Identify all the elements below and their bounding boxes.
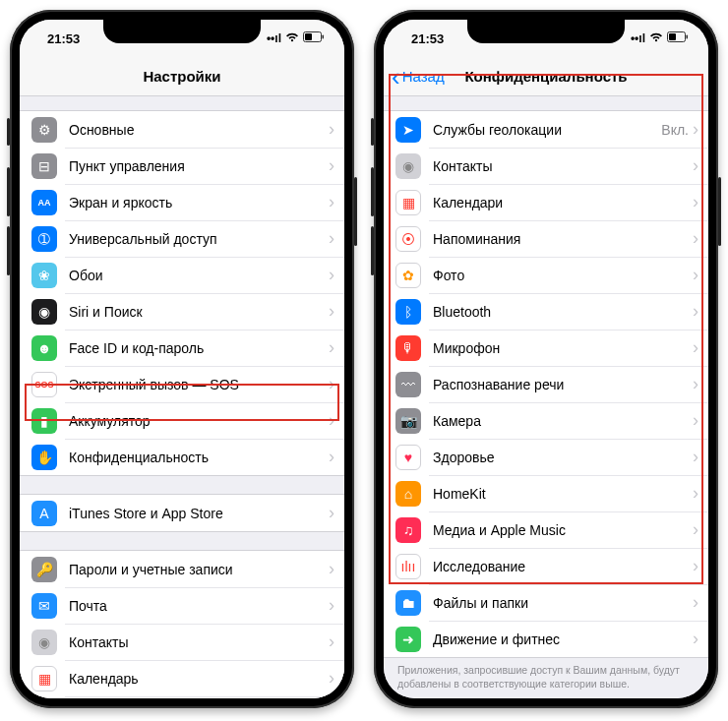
row-label: Контакты	[69, 634, 329, 650]
chevron-right-icon: ›	[329, 265, 334, 285]
row-label: Движение и фитнес	[433, 631, 693, 647]
chevron-right-icon: ›	[329, 228, 334, 249]
row-battery[interactable]: ▮Аккумулятор›	[20, 402, 344, 439]
row-label: Распознавание речи	[433, 377, 693, 392]
phone-right: 21:53 ••ıl Назад Конфиденциальность ➤Слу…	[374, 10, 718, 708]
row-notes[interactable]: ≣Заметки›	[20, 696, 344, 698]
nav-header: Назад Конфиденциальность	[384, 57, 708, 96]
footer-note: Приложения, запросившие доступ к Вашим д…	[384, 658, 708, 692]
row-wallpaper[interactable]: ❀Обои›	[20, 257, 344, 293]
row-detail: Вкл.	[661, 122, 689, 138]
row-control-center[interactable]: ⊟Пункт управления›	[20, 148, 344, 184]
contacts-icon: ◉	[31, 630, 57, 655]
row-label: Основные	[69, 122, 329, 138]
control-center-icon: ⊟	[31, 153, 57, 179]
homekit-icon: ⌂	[395, 481, 421, 507]
chevron-right-icon: ›	[693, 192, 698, 212]
row-files[interactable]: 🖿Файлы и папки›	[384, 584, 708, 621]
row-camera[interactable]: 📷Камера›	[384, 402, 708, 439]
privacy-list[interactable]: ➤Службы геолокацииВкл.›◉Контакты›▦Календ…	[384, 96, 708, 698]
general-icon: ⚙︎	[31, 117, 57, 143]
photos-icon: ✿	[395, 263, 421, 288]
battery-icon: ▮	[31, 408, 57, 434]
settings-list[interactable]: ⚙︎Основные›⊟Пункт управления›AAЭкран и я…	[20, 96, 344, 698]
row-motion[interactable]: ➜Движение и фитнес›	[384, 621, 708, 657]
chevron-right-icon: ›	[693, 337, 698, 358]
row-passwords[interactable]: 🔑Пароли и учетные записи›	[20, 551, 344, 587]
row-photos[interactable]: ✿Фото›	[384, 257, 708, 293]
row-label: Исследование	[433, 559, 693, 574]
row-media[interactable]: ♫Медиа и Apple Music›	[384, 511, 708, 548]
calendar-icon: ▦	[31, 666, 57, 691]
chevron-right-icon: ›	[329, 631, 334, 652]
battery-icon	[303, 31, 325, 45]
chevron-right-icon: ›	[329, 192, 334, 212]
chevron-right-icon: ›	[329, 374, 334, 394]
settings-group: ⚙︎Основные›⊟Пункт управления›AAЭкран и я…	[20, 110, 344, 476]
chevron-right-icon: ›	[693, 519, 698, 540]
row-label: Напоминания	[433, 231, 693, 247]
row-faceid[interactable]: ☻Face ID и код-пароль›	[20, 330, 344, 366]
row-research[interactable]: ılııИсследование›	[384, 548, 708, 584]
row-display[interactable]: AAЭкран и яркость›	[20, 184, 344, 220]
chevron-right-icon: ›	[693, 374, 698, 394]
row-calendars[interactable]: ▦Календари›	[384, 184, 708, 220]
row-contacts[interactable]: ◉Контакты›	[384, 148, 708, 184]
row-label: Обои	[69, 268, 329, 283]
row-itunes[interactable]: AiTunes Store и App Store›	[20, 495, 344, 531]
row-label: Аккумулятор	[69, 413, 329, 429]
row-health[interactable]: ♥Здоровье›	[384, 439, 708, 475]
row-label: Экстренный вызов — SOS	[69, 377, 329, 392]
back-button[interactable]: Назад	[392, 68, 445, 85]
chevron-right-icon: ›	[329, 559, 334, 579]
row-label: iTunes Store и App Store	[69, 506, 329, 521]
faceid-icon: ☻	[31, 335, 57, 361]
sos-icon: SOS	[31, 372, 57, 397]
page-title: Настройки	[143, 68, 220, 85]
notch	[467, 20, 625, 43]
row-general[interactable]: ⚙︎Основные›	[20, 111, 344, 148]
passwords-icon: 🔑	[31, 557, 57, 582]
chevron-right-icon: ›	[329, 668, 334, 689]
row-calendar[interactable]: ▦Календарь›	[20, 660, 344, 696]
health-icon: ♥	[395, 445, 421, 470]
location-icon: ➤	[395, 117, 421, 143]
row-label: Пункт управления	[69, 158, 329, 174]
row-speech[interactable]: 〰Распознавание речи›	[384, 366, 708, 402]
chevron-right-icon: ›	[329, 595, 334, 616]
row-sos[interactable]: SOSЭкстренный вызов — SOS›	[20, 366, 344, 402]
row-label: HomeKit	[433, 486, 693, 502]
row-accessibility[interactable]: ➀Универсальный доступ›	[20, 220, 344, 257]
contacts-icon: ◉	[395, 153, 421, 179]
reminders-icon: ⦿	[395, 226, 421, 252]
row-label: Контакты	[433, 158, 693, 174]
row-siri[interactable]: ◉Siri и Поиск›	[20, 293, 344, 330]
row-contacts[interactable]: ◉Контакты›	[20, 624, 344, 660]
row-microphone[interactable]: 🎙Микрофон›	[384, 330, 708, 366]
row-bluetooth[interactable]: ᛒBluetooth›	[384, 293, 708, 330]
row-location[interactable]: ➤Службы геолокацииВкл.›	[384, 111, 708, 148]
row-label: Здоровье	[433, 450, 693, 465]
row-privacy[interactable]: ✋Конфиденциальность›	[20, 439, 344, 475]
speech-icon: 〰	[395, 372, 421, 397]
row-homekit[interactable]: ⌂HomeKit›	[384, 475, 708, 511]
phone-left: 21:53 ••ıl Настройки ⚙︎Основные›⊟Пункт у…	[10, 10, 354, 708]
row-mail[interactable]: ✉︎Почта›	[20, 587, 344, 624]
chevron-right-icon: ›	[329, 503, 334, 523]
status-time: 21:53	[47, 31, 80, 46]
row-label: Камера	[433, 413, 693, 429]
row-reminders[interactable]: ⦿Напоминания›	[384, 220, 708, 257]
chevron-right-icon: ›	[693, 629, 698, 649]
row-label: Face ID и код-пароль	[69, 340, 329, 356]
chevron-right-icon: ›	[329, 301, 334, 322]
svg-rect-1	[323, 35, 325, 39]
signal-icon: ••ıl	[631, 31, 645, 45]
privacy-icon: ✋	[31, 445, 57, 470]
files-icon: 🖿	[395, 590, 421, 616]
row-label: Календари	[433, 195, 693, 210]
media-icon: ♫	[395, 517, 421, 543]
notch	[103, 20, 261, 43]
chevron-right-icon: ›	[693, 228, 698, 249]
settings-group: ➤Службы геолокацииВкл.›◉Контакты›▦Календ…	[384, 110, 708, 658]
row-label: Экран и яркость	[69, 195, 329, 210]
